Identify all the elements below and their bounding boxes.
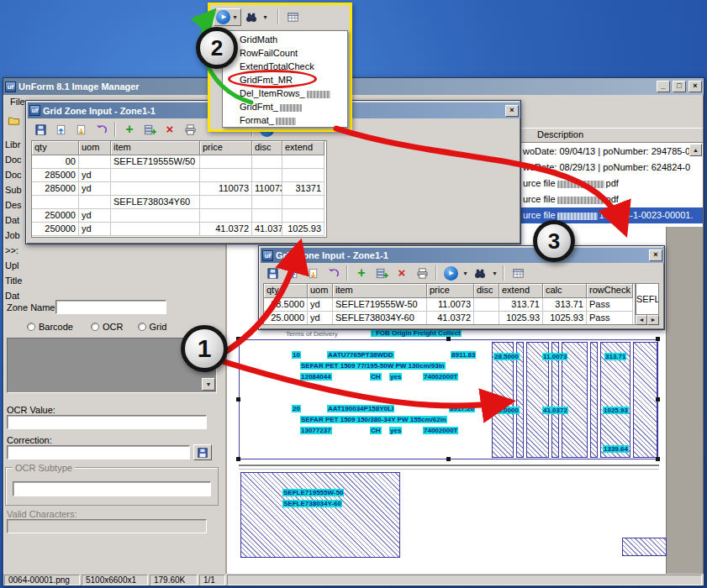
grid-cell[interactable]: 28.5000 — [264, 298, 308, 312]
zone-handle[interactable] — [236, 457, 240, 461]
zone-handle[interactable] — [656, 397, 660, 402]
close-icon[interactable]: × — [505, 105, 519, 117]
grid-cell[interactable] — [282, 169, 324, 182]
export-button[interactable] — [71, 121, 90, 138]
listbox-dropdown-button[interactable]: ▼ — [202, 378, 215, 391]
insert-rows-button[interactable] — [372, 265, 391, 281]
grid2-partial-column[interactable]: SEFL — [636, 283, 659, 315]
minimize-button[interactable]: _ — [657, 81, 670, 92]
grid1-header-extend[interactable]: extend — [282, 141, 324, 155]
grid-cell[interactable] — [111, 182, 200, 196]
grid-cell[interactable]: 250000 — [32, 209, 79, 223]
grid1-header-qty[interactable]: qty — [32, 141, 79, 155]
grid-cell[interactable] — [200, 209, 252, 223]
grid2-header-qty[interactable]: qty — [264, 284, 308, 298]
grid2-header-rowcheck[interactable]: rowCheck — [587, 284, 633, 298]
grid-cell[interactable] — [474, 298, 499, 312]
undo-button[interactable] — [324, 265, 342, 281]
find-button[interactable] — [243, 8, 260, 25]
grid-cell[interactable]: yd — [79, 182, 111, 196]
grid-cell[interactable] — [111, 169, 200, 182]
grid2[interactable]: qty uom item price disc extend calc rowC… — [263, 283, 636, 325]
radio-grid[interactable]: Grid — [138, 322, 167, 332]
grid-cell[interactable] — [79, 155, 111, 169]
grid-cell[interactable] — [282, 209, 324, 223]
export-button[interactable] — [303, 265, 322, 281]
scrollbar-left-button[interactable]: ◄ — [636, 315, 647, 325]
grid-cell[interactable]: 285000 — [32, 182, 79, 196]
grid-cell[interactable]: yd — [79, 169, 111, 182]
grid-cell[interactable] — [200, 169, 252, 182]
undo-button[interactable] — [92, 121, 110, 138]
grid-cell[interactable] — [282, 155, 324, 169]
insert-rows-button[interactable] — [140, 121, 159, 138]
import-button[interactable] — [283, 265, 302, 281]
grid-cell[interactable] — [200, 196, 252, 209]
zone-name-input[interactable] — [55, 300, 166, 314]
grid-cell[interactable]: 00 — [32, 155, 79, 169]
grid1-header-disc[interactable]: disc — [252, 141, 282, 155]
grid-cell[interactable] — [111, 223, 200, 236]
grid1-header-uom[interactable]: uom — [79, 141, 111, 155]
add-row-button[interactable]: + — [352, 265, 371, 281]
grid-cell[interactable]: 110073 — [252, 182, 282, 196]
menu-item-del-itemrows[interactable]: Del_ItemRows_ — [223, 87, 347, 100]
grid-cell[interactable]: SEFLE719555W/50 — [111, 155, 200, 169]
main-window-titlebar[interactable]: uf UnForm 8.1 Image Manager _ □ × — [3, 78, 704, 95]
save-button[interactable] — [31, 121, 50, 138]
grid2-header-disc[interactable]: disc — [474, 284, 499, 298]
menu-item-gridfmt[interactable]: GridFmt_ — [223, 100, 347, 113]
save-button[interactable] — [263, 265, 282, 281]
description-row[interactable]: urce filepdf — [520, 176, 703, 192]
valid-characters-input[interactable] — [7, 519, 207, 533]
selected-zone-rect[interactable] — [239, 339, 658, 459]
grid-cell[interactable]: 11.0073 — [427, 298, 474, 312]
menu-item-rowfailcount[interactable]: RowFailCount — [223, 46, 347, 60]
footer-zone[interactable] — [240, 472, 400, 558]
grid-cell[interactable]: SEFLE719555W-50 — [333, 298, 427, 312]
delete-row-button[interactable]: × — [161, 121, 179, 138]
ocr-subtype-combobox[interactable] — [13, 481, 211, 496]
grid-cell[interactable] — [252, 209, 282, 223]
print-button[interactable] — [181, 121, 199, 138]
grid-cell[interactable]: yd — [79, 209, 111, 223]
grid-cell[interactable]: 41.0372 — [200, 223, 252, 236]
grid-cell[interactable]: 1025.93 — [499, 312, 543, 325]
zone-handle[interactable] — [446, 337, 451, 341]
grid-cell[interactable] — [111, 209, 200, 223]
run-rules-button-pressed[interactable]: ▶ ▾ — [214, 8, 241, 26]
open-folder-icon[interactable] — [4, 112, 23, 129]
grid-cell[interactable]: 250000 — [32, 223, 79, 236]
grid-cell[interactable] — [79, 196, 111, 209]
radio-ocr[interactable]: OCR — [91, 322, 123, 332]
save-correction-button[interactable] — [193, 444, 212, 460]
grid-cell[interactable]: yd — [308, 298, 333, 312]
grid1-header-price[interactable]: price — [200, 141, 252, 155]
menu-file[interactable]: File — [10, 97, 25, 107]
grid-cell[interactable]: 1025.93 — [543, 312, 587, 325]
run-dropdown-arrow-icon[interactable]: ▾ — [231, 13, 239, 21]
grid-cell[interactable]: 41.0372 — [427, 312, 474, 325]
description-row[interactable]: urce filepdf — [520, 192, 703, 207]
grid-cell[interactable]: 313.71 — [499, 298, 543, 312]
grid2-header-price[interactable]: price — [427, 284, 474, 298]
scrollbar-right-button[interactable]: ► — [647, 315, 659, 325]
close-button[interactable]: × — [689, 81, 702, 92]
print-button[interactable] — [413, 265, 431, 281]
grid1-header-item[interactable]: item — [111, 141, 200, 155]
grid-cell[interactable] — [282, 196, 324, 209]
grid-cell[interactable]: yd — [308, 312, 333, 325]
footer-zone-small[interactable] — [622, 538, 667, 556]
grid-cell[interactable]: 1025.93 — [282, 223, 324, 236]
description-column-header[interactable]: Description — [520, 128, 703, 143]
zone-handle[interactable] — [656, 337, 660, 341]
run-rules-button[interactable]: ▶ — [441, 265, 460, 281]
grid-cell[interactable] — [252, 169, 282, 182]
grid2-header-calc[interactable]: calc — [543, 284, 587, 298]
grid-export-button[interactable] — [509, 265, 527, 281]
grid2-header-item[interactable]: item — [333, 284, 427, 298]
close-icon[interactable]: × — [649, 249, 662, 261]
find-button[interactable] — [471, 265, 489, 281]
grid-cell[interactable]: 285000 — [32, 169, 79, 182]
run-dropdown-arrow-icon[interactable]: ▾ — [462, 270, 469, 277]
